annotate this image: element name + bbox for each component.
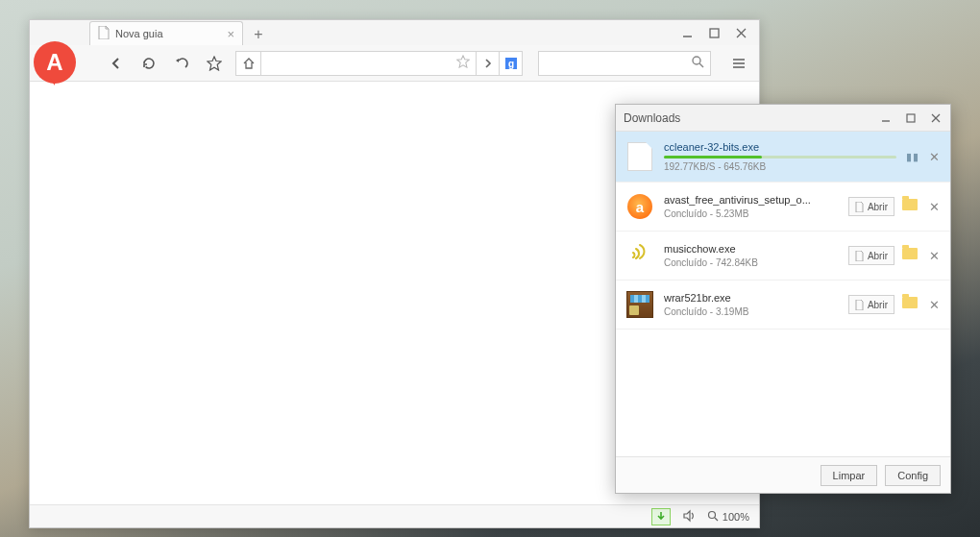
file-icon xyxy=(98,26,110,41)
file-icon xyxy=(625,290,654,319)
search-box[interactable] xyxy=(538,51,711,76)
config-button[interactable]: Config xyxy=(885,465,941,486)
file-icon xyxy=(625,192,654,221)
clear-downloads-button[interactable]: Limpar xyxy=(821,465,878,486)
download-item[interactable]: avast_free_antivirus_setup_o... Concluíd… xyxy=(616,183,950,232)
downloads-title: Downloads xyxy=(624,111,879,125)
downloads-maximize-button[interactable] xyxy=(904,111,918,125)
toolbar: g xyxy=(30,45,759,82)
pause-button[interactable]: ▮▮ xyxy=(906,151,919,163)
open-file-button[interactable]: Abrir xyxy=(848,197,894,216)
go-button[interactable] xyxy=(477,51,500,76)
svg-line-14 xyxy=(715,518,718,521)
download-filename: wrar521br.exe xyxy=(664,292,839,304)
menu-button[interactable] xyxy=(726,51,751,76)
search-engine-button[interactable]: g xyxy=(500,51,523,76)
zoom-control[interactable]: 100% xyxy=(707,510,749,524)
download-status: Concluído - 742.84KB xyxy=(664,257,839,268)
bookmark-page-icon[interactable] xyxy=(456,55,470,71)
back-button[interactable] xyxy=(105,52,128,75)
svg-text:g: g xyxy=(507,59,513,69)
new-tab-button[interactable]: + xyxy=(247,24,270,45)
downloads-close-button[interactable] xyxy=(929,111,943,125)
url-input[interactable] xyxy=(267,57,456,70)
remove-download-button[interactable]: ✕ xyxy=(927,200,941,214)
file-icon xyxy=(625,142,654,171)
search-input[interactable] xyxy=(545,57,691,70)
address-bar-group: g xyxy=(235,51,523,76)
download-filename: avast_free_antivirus_setup_o... xyxy=(664,194,839,206)
open-folder-button[interactable] xyxy=(902,248,919,263)
svg-point-8 xyxy=(693,57,700,64)
undo-button[interactable] xyxy=(170,52,193,75)
status-bar: 100% xyxy=(30,504,759,527)
svg-text:A: A xyxy=(46,49,62,75)
download-indicator-button[interactable] xyxy=(651,508,671,525)
svg-point-13 xyxy=(708,511,715,518)
window-controls xyxy=(680,20,759,45)
tab-active[interactable]: Nova guia × xyxy=(89,21,243,45)
address-bar[interactable] xyxy=(260,51,477,76)
cancel-download-button[interactable]: ✕ xyxy=(927,150,941,164)
browser-logo: A xyxy=(28,37,82,91)
search-icon[interactable] xyxy=(691,55,704,71)
svg-line-9 xyxy=(699,63,703,67)
download-item[interactable]: ccleaner-32-bits.exe 192.77KB/S - 645.76… xyxy=(616,132,950,183)
zoom-value: 100% xyxy=(723,511,749,523)
download-item[interactable]: musicchow.exe Concluído - 742.84KB Abrir… xyxy=(616,232,950,281)
downloads-header: Downloads xyxy=(616,105,950,132)
open-file-button[interactable]: Abrir xyxy=(848,295,894,314)
tab-title: Nova guia xyxy=(115,28,163,39)
download-item[interactable]: wrar521br.exe Concluído - 3.19MB Abrir ✕ xyxy=(616,281,950,330)
file-icon xyxy=(625,241,654,270)
svg-rect-3 xyxy=(710,29,719,37)
tab-strip: Nova guia × + xyxy=(89,20,680,45)
download-filename: musicchow.exe xyxy=(664,243,839,255)
open-folder-button[interactable] xyxy=(902,199,919,214)
remove-download-button[interactable]: ✕ xyxy=(927,298,941,312)
bookmark-star-button[interactable] xyxy=(203,52,226,75)
reload-button[interactable] xyxy=(137,52,160,75)
tab-close-button[interactable]: × xyxy=(227,27,234,41)
home-button[interactable] xyxy=(235,51,260,76)
downloads-minimize-button[interactable] xyxy=(879,111,893,125)
minimize-button[interactable] xyxy=(680,26,694,39)
maximize-button[interactable] xyxy=(707,26,721,39)
download-status: Concluído - 5.23MB xyxy=(664,208,839,219)
downloads-list: ccleaner-32-bits.exe 192.77KB/S - 645.76… xyxy=(616,132,950,456)
download-status: 192.77KB/S - 645.76KB xyxy=(664,161,896,172)
zoom-icon xyxy=(707,510,719,524)
close-button[interactable] xyxy=(734,26,747,39)
sound-icon[interactable] xyxy=(682,509,696,525)
download-status: Concluído - 3.19MB xyxy=(664,306,839,317)
downloads-panel: Downloads ccleaner-32-bits.exe 192.77KB/… xyxy=(615,104,951,494)
svg-rect-16 xyxy=(907,114,915,122)
open-folder-button[interactable] xyxy=(902,297,919,312)
remove-download-button[interactable]: ✕ xyxy=(927,249,941,263)
title-bar: Nova guia × + xyxy=(30,20,759,45)
downloads-footer: Limpar Config xyxy=(616,456,950,493)
download-filename: ccleaner-32-bits.exe xyxy=(664,141,896,153)
download-progress-bar xyxy=(664,156,896,159)
open-file-button[interactable]: Abrir xyxy=(848,246,894,265)
